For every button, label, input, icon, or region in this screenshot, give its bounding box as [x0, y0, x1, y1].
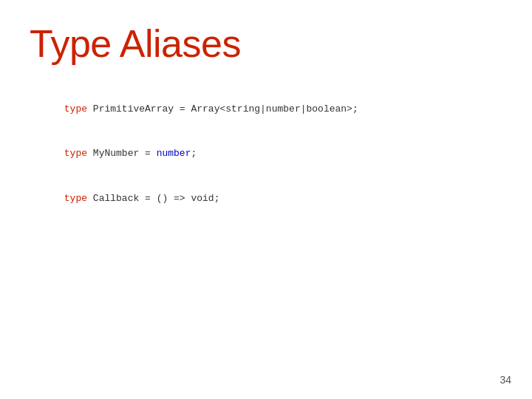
keyword-type-1: type: [64, 103, 87, 115]
code-callback: Callback = () => void;: [87, 193, 219, 204]
code-line-1: type PrimitiveArray = Array<string|numbe…: [30, 87, 502, 132]
slide-title: Type Aliases: [30, 22, 502, 66]
code-mynumber-semi: ;: [191, 148, 197, 159]
slide: Type Aliases type PrimitiveArray = Array…: [0, 0, 532, 399]
code-line-3: type Callback = () => void;: [30, 177, 502, 221]
code-block: type PrimitiveArray = Array<string|numbe…: [30, 87, 502, 221]
code-line-2: type MyNumber = number;: [30, 132, 502, 176]
code-mynumber-value: number: [157, 148, 191, 159]
page-number: 34: [499, 374, 511, 386]
code-mynumber: MyNumber =: [87, 148, 157, 159]
code-primitive-array: PrimitiveArray = Array<string|number|boo…: [87, 103, 358, 115]
keyword-type-2: type: [64, 148, 87, 159]
keyword-type-3: type: [64, 193, 87, 204]
